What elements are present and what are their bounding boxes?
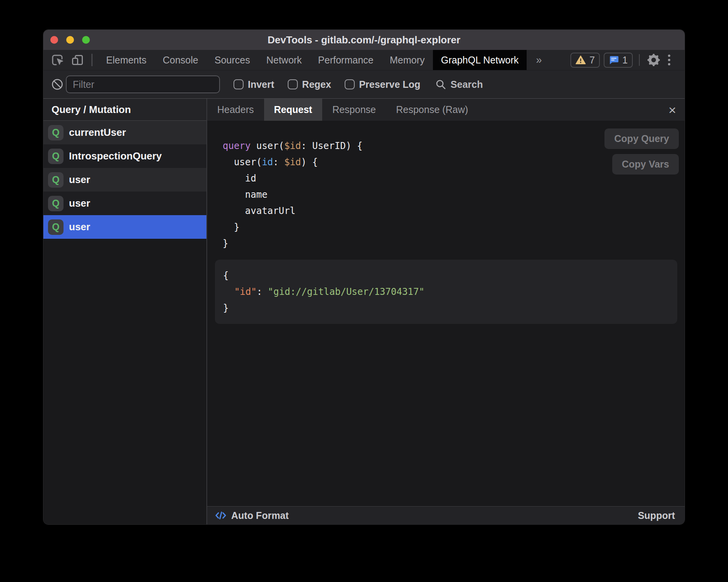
- issues-badge[interactable]: 1: [604, 53, 633, 68]
- query-type-icon: Q: [48, 125, 64, 140]
- regex-checkbox-group[interactable]: Regex: [288, 79, 331, 90]
- warning-icon: [575, 55, 586, 65]
- query-row-introspectionquery[interactable]: Q IntrospectionQuery: [43, 144, 206, 168]
- code-icon: [215, 510, 227, 521]
- tab-network[interactable]: Network: [258, 50, 310, 70]
- variables-box: { "id": "gid://gitlab/User/13704317"}: [215, 260, 677, 324]
- auto-format-label: Auto Format: [231, 510, 289, 521]
- auto-format-button[interactable]: Auto Format: [215, 510, 289, 521]
- query-list-panel: Query / Mutation Q currentUser Q Introsp…: [43, 99, 207, 524]
- clear-icon[interactable]: [51, 78, 64, 91]
- variables-code: { "id": "gid://gitlab/User/13704317"}: [223, 267, 668, 316]
- support-link[interactable]: Support: [638, 510, 675, 521]
- tab-sources[interactable]: Sources: [206, 50, 258, 70]
- badge-separator: [639, 54, 640, 66]
- tab-response-raw[interactable]: Response (Raw): [386, 99, 478, 121]
- devtools-tab-bar: Elements Console Sources Network Perform…: [43, 50, 685, 70]
- request-content: query user($id: UserID) { user(id: $id) …: [207, 121, 685, 506]
- query-row-user-1[interactable]: Q user: [43, 168, 206, 192]
- device-toolbar-icon[interactable]: [70, 50, 85, 70]
- tab-headers[interactable]: Headers: [207, 99, 264, 121]
- detail-footer: Auto Format Support: [207, 506, 685, 524]
- inspect-element-icon[interactable]: [50, 50, 65, 70]
- tab-response[interactable]: Response: [322, 99, 386, 121]
- more-tabs-icon[interactable]: »: [527, 50, 551, 70]
- invert-checkbox-group[interactable]: Invert: [234, 79, 274, 90]
- tab-request[interactable]: Request: [264, 99, 323, 121]
- tab-bar-separator: [91, 54, 93, 66]
- devtools-window: DevTools - gitlab.com/-/graphql-explorer…: [43, 30, 685, 524]
- regex-checkbox[interactable]: [288, 79, 298, 89]
- message-icon: [609, 55, 619, 65]
- query-type-icon: Q: [48, 172, 64, 188]
- tab-memory[interactable]: Memory: [381, 50, 433, 70]
- tab-performance[interactable]: Performance: [310, 50, 381, 70]
- query-list-header: Query / Mutation: [43, 99, 206, 121]
- network-toolbar: Invert Regex Preserve Log Search: [43, 70, 685, 99]
- preserve-log-checkbox[interactable]: [345, 79, 355, 89]
- request-detail-panel: Headers Request Response Response (Raw) …: [207, 99, 685, 524]
- query-type-icon: Q: [48, 196, 64, 211]
- query-type-icon: Q: [48, 219, 64, 235]
- more-options-icon[interactable]: [661, 55, 677, 65]
- query-row-user-2[interactable]: Q user: [43, 192, 206, 215]
- preserve-log-label: Preserve Log: [359, 79, 420, 90]
- query-row-user-3-selected[interactable]: Q user: [43, 215, 206, 239]
- search-control[interactable]: Search: [435, 79, 483, 90]
- filter-input[interactable]: [66, 75, 220, 93]
- tab-console[interactable]: Console: [155, 50, 206, 70]
- title-bar: DevTools - gitlab.com/-/graphql-explorer: [43, 30, 685, 50]
- copy-vars-button[interactable]: Copy Vars: [612, 154, 679, 175]
- invert-checkbox[interactable]: [234, 79, 244, 89]
- warnings-badge[interactable]: 7: [570, 53, 600, 68]
- search-icon: [435, 79, 446, 90]
- query-type-icon: Q: [48, 149, 64, 164]
- tab-graphql-network[interactable]: GraphQL Network: [433, 50, 527, 70]
- search-label: Search: [451, 79, 483, 90]
- message-count: 1: [622, 55, 628, 66]
- settings-gear-icon[interactable]: [646, 53, 661, 67]
- tab-elements[interactable]: Elements: [98, 50, 155, 70]
- preserve-log-checkbox-group[interactable]: Preserve Log: [345, 79, 420, 90]
- window-title: DevTools - gitlab.com/-/graphql-explorer: [43, 34, 685, 46]
- invert-label: Invert: [248, 79, 274, 90]
- query-row-currentUser[interactable]: Q currentUser: [43, 121, 206, 144]
- detail-tab-bar: Headers Request Response Response (Raw) …: [207, 99, 685, 121]
- copy-query-button[interactable]: Copy Query: [604, 128, 679, 149]
- regex-label: Regex: [302, 79, 331, 90]
- warning-count: 7: [589, 55, 595, 66]
- close-panel-icon[interactable]: ×: [668, 103, 676, 116]
